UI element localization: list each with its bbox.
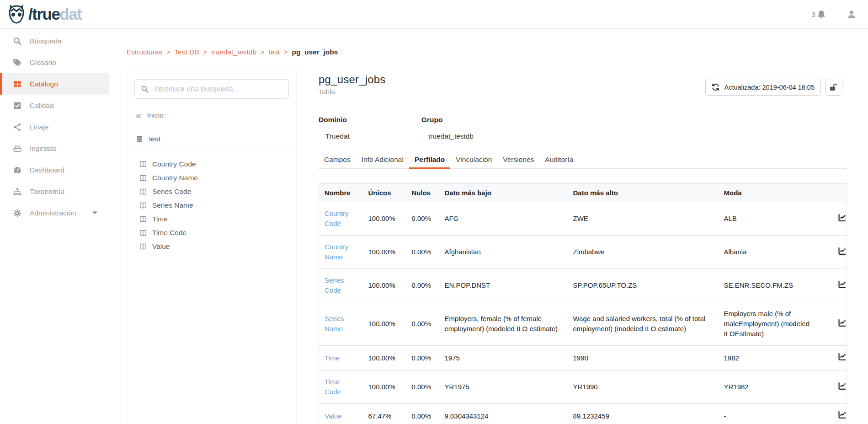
table-row: Value 67.47% 0.00% 9.0304343124 89.12324…	[319, 404, 847, 424]
search-icon	[12, 36, 22, 46]
bell-icon	[817, 10, 826, 19]
sidebar-item-taxonomia[interactable]: Taxonomía	[0, 181, 109, 202]
sidebar-item-label: Dashboard	[30, 166, 64, 174]
notifications-button[interactable]: 3	[812, 10, 826, 19]
breadcrumb-separator: >	[203, 48, 207, 56]
sidebar-item-busqueda[interactable]: Búsqueda	[0, 30, 109, 52]
cell-lowest: 9.0304343124	[439, 404, 568, 424]
table-row: Series Code 100.00% 0.00% EN.POP.DNST SP…	[319, 269, 847, 302]
cell-nulls: 0.00%	[406, 302, 439, 346]
breadcrumb-link-estructuras[interactable]: Estructuras	[127, 48, 162, 56]
sidebar-item-catalogo[interactable]: Catálogo	[0, 73, 109, 95]
content-right-border	[854, 71, 854, 424]
drive-icon	[12, 144, 22, 153]
tree-item-test[interactable]: test	[127, 127, 296, 151]
chart-line-icon[interactable]	[838, 318, 847, 327]
cell-mode: Employers male (% of maleEmployment) (mo…	[719, 302, 832, 346]
chart-line-icon[interactable]	[838, 213, 847, 222]
meta-section: Dominio Truedat Grupo truedat_testdb	[319, 116, 847, 140]
grid-icon	[12, 79, 22, 89]
breadcrumb-link-testdb[interactable]: Test DB	[175, 48, 199, 56]
tab-info-adicional[interactable]: Info Adicional	[356, 151, 409, 168]
header-actions: Actualizada: 2019-06-04 18:05	[705, 79, 842, 96]
cell-uniques: 100.00%	[363, 302, 406, 346]
cell-uniques: 67.47%	[363, 404, 406, 424]
cell-nulls: 0.00%	[406, 404, 439, 424]
table-row: Time 100.00% 0.00% 1975 1990 1982	[319, 346, 847, 370]
field-link[interactable]: Country Code	[325, 209, 349, 227]
column-item-label: Time Code	[152, 229, 186, 237]
cell-highest: Wage and salaried workers, total (% of t…	[568, 302, 719, 346]
column-item-label: Value	[152, 242, 170, 251]
breadcrumb-link-truedat-testdb[interactable]: truedat_testdb	[211, 48, 256, 56]
sidebar-item-ingestas[interactable]: Ingestas	[0, 138, 109, 159]
panel-home-button[interactable]: « Inicio	[127, 107, 296, 127]
group-block: Grupo truedat_testdb	[413, 116, 474, 140]
table-row: Country Code 100.00% 0.00% AFG ZWE ALB	[319, 202, 847, 236]
column-item-value[interactable]: Value	[139, 240, 296, 253]
chevron-down-icon	[92, 211, 98, 215]
field-link[interactable]: Time	[325, 354, 340, 362]
sidebar-item-linaje[interactable]: Linaje	[0, 116, 109, 138]
tab-campos[interactable]: Campos	[319, 151, 356, 168]
owl-logo-icon	[6, 3, 27, 25]
cell-mode: YR1982	[719, 370, 832, 404]
cell-uniques: 100.00%	[363, 370, 406, 404]
unlock-icon	[829, 83, 839, 91]
refresh-updated-button[interactable]: Actualizada: 2019-06-04 18:05	[705, 79, 821, 96]
tab-vinculacion[interactable]: Vinculación	[450, 151, 497, 168]
gauge-icon	[12, 165, 22, 175]
chart-line-icon[interactable]	[838, 352, 847, 361]
cell-lowest: YR1975	[439, 370, 568, 404]
tab-perfilado[interactable]: Perfilado	[409, 151, 450, 168]
domain-block: Dominio Truedat	[319, 116, 413, 140]
sidebar-item-label: Búsqueda	[30, 37, 62, 45]
field-link[interactable]: Country Name	[325, 243, 349, 261]
column-item-series-name[interactable]: Series Name	[139, 199, 296, 212]
column-item-series-code[interactable]: Series Code	[139, 185, 296, 199]
cell-lowest: AFG	[439, 202, 568, 236]
field-link[interactable]: Series Code	[325, 276, 344, 294]
field-link[interactable]: Time Code	[325, 378, 341, 396]
tab-versiones[interactable]: Versiones	[497, 151, 539, 168]
search-input[interactable]	[154, 85, 282, 93]
share-icon	[12, 122, 22, 132]
column-item-time-code[interactable]: Time Code	[139, 226, 296, 240]
chart-line-icon[interactable]	[838, 247, 847, 255]
truedat-logo[interactable]: /truedat	[6, 3, 81, 25]
sidebar-item-calidad[interactable]: Calidad	[0, 95, 109, 116]
header-dato-mas-alto: Dato más alto	[568, 184, 719, 202]
tags-icon	[12, 58, 22, 67]
column-item-country-name[interactable]: Country Name	[139, 171, 296, 185]
detail-tabs: Campos Info Adicional Perfilado Vinculac…	[319, 151, 847, 169]
sidebar-item-administracion[interactable]: Administración	[0, 202, 109, 224]
table-header-row: Nombre Únicos Nulos Dato más bajo Dato m…	[319, 184, 847, 202]
cell-highest: ZWE	[568, 202, 719, 236]
cell-mode: -	[719, 404, 832, 424]
chart-line-icon[interactable]	[838, 381, 847, 390]
field-link[interactable]: Series Name	[325, 315, 344, 333]
cell-mode: Albania	[719, 236, 832, 269]
breadcrumb-link-test[interactable]: test	[268, 48, 280, 56]
field-link[interactable]: Value	[325, 412, 341, 420]
table-row: Time Code 100.00% 0.00% YR1975 YR1990 YR…	[319, 370, 847, 404]
cell-uniques: 100.00%	[363, 202, 406, 236]
lock-toggle-button[interactable]	[825, 79, 842, 96]
column-item-label: Series Name	[152, 201, 193, 209]
sidebar-item-glosario[interactable]: Glosario	[0, 52, 109, 73]
columns-icon	[139, 215, 147, 223]
column-item-time[interactable]: Time	[139, 212, 296, 226]
columns-icon	[139, 229, 147, 236]
sidebar-item-label: Linaje	[30, 123, 48, 131]
sidebar-item-dashboard[interactable]: Dashboard	[0, 159, 109, 181]
chart-line-icon[interactable]	[838, 410, 847, 419]
column-item-country-code[interactable]: Country Code	[139, 157, 296, 171]
breadcrumb: Estructuras > Test DB > truedat_testdb >…	[127, 48, 338, 56]
user-menu-button[interactable]	[847, 10, 856, 19]
cell-highest: 1990	[568, 346, 719, 370]
tab-auditoria[interactable]: Auditoría	[539, 151, 579, 168]
sidebar-item-label: Glosario	[30, 59, 56, 67]
chart-line-icon[interactable]	[838, 280, 847, 289]
updated-label: Actualizada: 2019-06-04 18:05	[724, 84, 815, 91]
gear-icon	[12, 208, 22, 218]
